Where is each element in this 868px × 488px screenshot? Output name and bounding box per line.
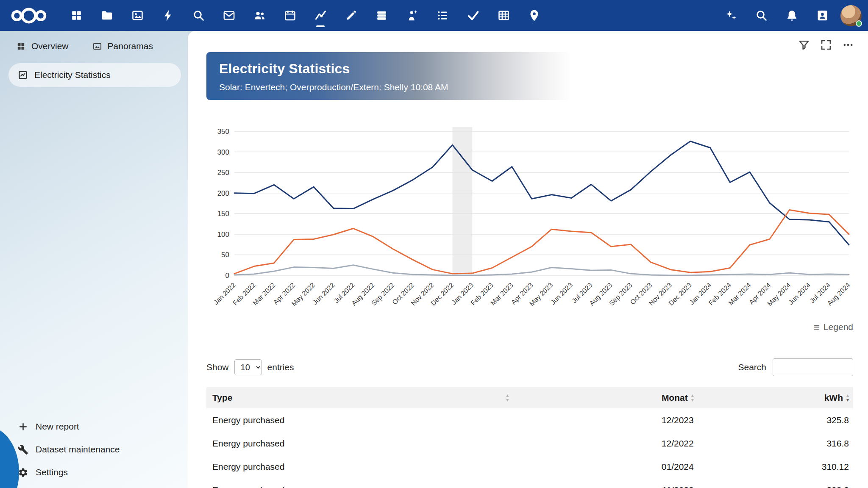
assistant-button[interactable] [715, 0, 746, 31]
checkmark-icon [467, 9, 480, 22]
app-deck[interactable] [366, 0, 397, 31]
ellipsis-icon [842, 39, 854, 51]
app-analytics-active[interactable] [305, 0, 336, 31]
app-launcher [61, 0, 549, 31]
magnifier-app-icon [192, 9, 205, 22]
nextcloud-logo[interactable] [8, 6, 50, 25]
tab-panoramas-label: Panoramas [108, 41, 153, 51]
cell-type: Energy purchased [206, 478, 513, 488]
cell-type: Energy purchased [206, 455, 513, 478]
analytics-icon [314, 9, 327, 22]
svg-text:50: 50 [221, 251, 229, 259]
table-row: Energy purchased01/2024310.12 [206, 455, 853, 478]
app-calendar[interactable] [275, 0, 305, 31]
show-label: Show [206, 362, 229, 372]
contacts-menu-button[interactable] [807, 0, 837, 31]
app-tables[interactable] [488, 0, 519, 31]
column-header-monat[interactable]: Monat ▴▾ [513, 387, 698, 408]
cell-kwh: 310.12 [698, 455, 853, 478]
cell-kwh: 316.8 [698, 432, 853, 455]
line-chart: 050100150200250300350Jan 2022Feb 2022Mar… [206, 120, 853, 319]
sort-arrows-monat[interactable]: ▴▾ [691, 393, 694, 402]
column-kwh-label: kWh [824, 393, 843, 403]
app-photos[interactable] [122, 0, 153, 31]
sidebar-bottom-actions: New report Dataset maintenance Settings [0, 415, 188, 484]
show-entries: Show 10 entries [206, 359, 294, 375]
sort-arrows-type[interactable]: ▴▾ [506, 393, 509, 402]
panorama-icon [92, 42, 102, 51]
new-report-label: New report [36, 421, 79, 432]
cell-monat: 12/2023 [513, 408, 698, 432]
main-content: Electricity Statistics Solar: Envertech;… [188, 31, 868, 488]
pencil-icon [345, 9, 358, 22]
nextcloud-logo-icon [8, 7, 49, 25]
fullscreen-button[interactable] [816, 35, 836, 55]
cell-type: Energy purchased [206, 432, 513, 455]
deck-icon [375, 9, 388, 22]
app-maps[interactable] [519, 0, 549, 31]
legend-toggle-button[interactable]: ≡ Legend [813, 320, 853, 334]
tab-overview[interactable]: Overview [16, 41, 69, 51]
dashboard-icon [70, 9, 83, 22]
photos-icon [131, 9, 144, 22]
app-files[interactable] [92, 0, 122, 31]
wrench-icon [18, 444, 28, 455]
table-row: Energy purchased12/2022316.8 [206, 432, 853, 455]
user-avatar[interactable] [837, 0, 865, 31]
tab-overview-label: Overview [31, 41, 69, 51]
folder-icon [100, 9, 114, 22]
grid-icon [16, 42, 26, 51]
sidebar-tabs: Overview Panoramas [0, 31, 188, 51]
entries-label: entries [267, 362, 294, 372]
app-activity[interactable] [153, 0, 183, 31]
settings-button[interactable]: Settings [18, 461, 188, 484]
svg-text:150: 150 [217, 210, 229, 218]
sidebar: Overview Panoramas Electricity Statistic… [0, 31, 188, 488]
unified-search-button[interactable] [746, 0, 776, 31]
svg-text:0: 0 [225, 272, 229, 280]
bell-icon [785, 9, 798, 22]
app-recognize[interactable] [397, 0, 427, 31]
app-mail[interactable] [214, 0, 244, 31]
sparkles-icon [724, 9, 737, 22]
legend-icon: ≡ [813, 323, 820, 331]
dataset-maintenance-button[interactable]: Dataset maintenance [18, 438, 188, 461]
table-row: Energy purchased12/2023325.8 [206, 408, 853, 432]
svg-text:100: 100 [217, 230, 229, 238]
filter-icon [798, 39, 810, 51]
table-search-input[interactable] [773, 358, 853, 376]
app-notes[interactable] [336, 0, 366, 31]
app-tasks[interactable] [458, 0, 488, 31]
page-size-select[interactable]: 10 [234, 359, 262, 375]
topbar-right [715, 0, 865, 31]
more-options-button[interactable] [838, 35, 858, 55]
cell-monat: 12/2022 [513, 432, 698, 455]
column-header-kwh[interactable]: kWh ▴▾ [698, 387, 853, 408]
table-controls: Show 10 entries Search [206, 358, 853, 376]
column-header-type[interactable]: Type ▴▾ [206, 387, 513, 408]
report-toolbar [794, 35, 858, 55]
location-pin-icon [528, 9, 541, 22]
table-row: Energy purchased11/2022308.3 [206, 478, 853, 488]
active-app-indicator [316, 25, 325, 27]
svg-text:Jun 2024: Jun 2024 [787, 281, 812, 306]
svg-text:300: 300 [217, 148, 229, 156]
svg-text:200: 200 [217, 189, 229, 197]
sidebar-item-electricity-statistics[interactable]: Electricity Statistics [8, 63, 181, 87]
app-dashboard[interactable] [61, 0, 92, 31]
app-tasks-list[interactable] [427, 0, 458, 31]
top-navigation-bar [0, 0, 868, 31]
app-contacts[interactable] [244, 0, 275, 31]
app-search[interactable] [183, 0, 214, 31]
contact-card-icon [816, 9, 829, 22]
filter-button[interactable] [794, 35, 814, 55]
notifications-button[interactable] [776, 0, 807, 31]
new-report-button[interactable]: New report [18, 415, 188, 438]
report-chart-icon [18, 70, 28, 80]
legend-row: ≡ Legend [206, 320, 853, 334]
sort-arrows-kwh[interactable]: ▴▾ [846, 393, 849, 402]
svg-text:350: 350 [217, 128, 229, 136]
tab-panoramas[interactable]: Panoramas [92, 41, 153, 51]
search-icon [755, 9, 768, 22]
table-body: Energy purchased12/2023325.8Energy purch… [206, 408, 853, 488]
